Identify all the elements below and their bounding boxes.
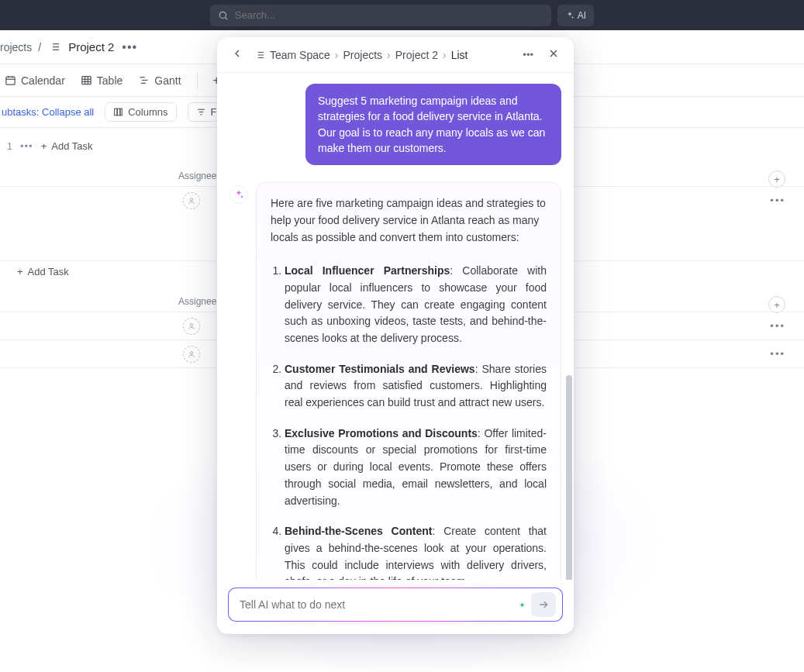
item-title: Local Influencer Partnerships bbox=[285, 264, 450, 277]
item-title: Customer Testimonials and Reviews bbox=[285, 363, 475, 375]
svg-point-28 bbox=[190, 351, 192, 353]
svg-rect-8 bbox=[6, 77, 15, 84]
row-number: 1 bbox=[3, 140, 12, 152]
search-icon bbox=[218, 10, 229, 21]
list-icon bbox=[254, 50, 265, 60]
tab-label: Gantt bbox=[154, 74, 181, 87]
ai-button-label: AI bbox=[578, 10, 586, 21]
assign-user-icon[interactable] bbox=[183, 346, 200, 363]
svg-line-1 bbox=[226, 17, 228, 19]
send-button[interactable] bbox=[531, 592, 556, 617]
list-item: Exclusive Promotions and Discounts: Offe… bbox=[285, 426, 547, 509]
row-more-icon[interactable]: ••• bbox=[770, 195, 785, 206]
crumb-project2[interactable]: Project 2 bbox=[395, 49, 438, 61]
tab-gantt[interactable]: Gantt bbox=[138, 74, 181, 87]
add-task-button[interactable]: +Add Task bbox=[17, 266, 69, 277]
item-title: Exclusive Promotions and Discounts bbox=[285, 427, 478, 439]
columns-icon bbox=[113, 107, 123, 117]
svg-rect-20 bbox=[115, 109, 117, 115]
add-task-button[interactable]: +Add Task bbox=[41, 140, 93, 152]
send-icon bbox=[537, 598, 550, 611]
row-more-icon[interactable]: ••• bbox=[770, 320, 785, 332]
breadcrumb-sep: / bbox=[38, 41, 41, 53]
add-column-button[interactable]: + bbox=[768, 296, 785, 313]
assign-user-icon[interactable] bbox=[183, 192, 200, 209]
topbar: AI bbox=[0, 0, 804, 30]
svg-point-27 bbox=[190, 323, 192, 326]
row-more-icon[interactable]: ••• bbox=[770, 348, 785, 360]
row-more-icon[interactable]: ••• bbox=[20, 140, 33, 152]
list-item: Behind-the-Scenes Content: Create conten… bbox=[285, 523, 547, 580]
crumb-projects[interactable]: Projects bbox=[343, 49, 383, 61]
add-task-label: Add Task bbox=[28, 266, 69, 277]
ai-panel-header: Team Space › Projects › Project 2 › List… bbox=[217, 37, 574, 73]
ai-message: Here are five marketing campaign ideas a… bbox=[256, 182, 561, 580]
crumb-list[interactable]: List bbox=[451, 49, 468, 61]
assign-user-icon[interactable] bbox=[183, 318, 200, 335]
list-icon bbox=[49, 41, 60, 53]
crumb-team[interactable]: Team Space bbox=[270, 49, 330, 61]
ai-input[interactable] bbox=[228, 588, 563, 622]
tab-label: Table bbox=[97, 74, 122, 87]
panel-more-button[interactable]: ••• bbox=[519, 46, 537, 64]
sparkle-icon bbox=[565, 11, 575, 20]
breadcrumb-more-icon[interactable]: ••• bbox=[122, 40, 137, 54]
scrollbar[interactable] bbox=[566, 375, 572, 580]
tab-calendar[interactable]: Calendar bbox=[5, 74, 65, 87]
ai-intro: Here are five marketing campaign ideas a… bbox=[271, 195, 547, 246]
columns-button[interactable]: Columns bbox=[105, 102, 176, 122]
ai-launch-button[interactable]: AI bbox=[557, 5, 594, 26]
sparkle-icon bbox=[233, 189, 244, 200]
chevron-left-icon bbox=[231, 47, 243, 60]
tab-label: Calendar bbox=[21, 74, 65, 87]
calendar-icon bbox=[5, 74, 16, 86]
close-icon bbox=[547, 47, 560, 60]
ai-conversation: Suggest 5 marketing campaign ideas and s… bbox=[217, 73, 574, 580]
svg-point-26 bbox=[190, 198, 192, 200]
add-task-label: Add Task bbox=[51, 140, 92, 152]
gantt-icon bbox=[138, 74, 150, 86]
search-input[interactable] bbox=[235, 9, 543, 21]
svg-rect-21 bbox=[118, 109, 120, 115]
add-column-button[interactable]: + bbox=[768, 171, 785, 188]
breadcrumb-parent[interactable]: rojects bbox=[0, 41, 32, 53]
ai-avatar bbox=[229, 185, 248, 204]
svg-point-0 bbox=[219, 12, 226, 18]
item-title: Behind-the-Scenes Content bbox=[285, 525, 432, 537]
breadcrumb-current[interactable]: Project 2 bbox=[68, 40, 114, 53]
ai-panel: Team Space › Projects › Project 2 › List… bbox=[217, 37, 574, 634]
global-search[interactable] bbox=[210, 5, 551, 26]
status-indicator bbox=[519, 602, 525, 608]
ai-input-area bbox=[217, 580, 574, 634]
svg-rect-12 bbox=[82, 77, 91, 84]
columns-label: Columns bbox=[128, 106, 167, 118]
ai-breadcrumb: Team Space › Projects › Project 2 › List bbox=[254, 49, 512, 61]
list-item: Customer Testimonials and Reviews: Share… bbox=[285, 361, 547, 412]
filter-icon bbox=[196, 107, 206, 117]
ai-text-input[interactable] bbox=[240, 598, 513, 611]
list-item: Local Influencer Partnerships: Collabora… bbox=[285, 263, 547, 346]
subtasks-toggle[interactable]: ubtasks: Collapse all bbox=[2, 106, 94, 118]
table-icon bbox=[81, 74, 92, 86]
close-button[interactable] bbox=[544, 44, 563, 65]
back-button[interactable] bbox=[228, 44, 247, 65]
user-message: Suggest 5 marketing campaign ideas and s… bbox=[305, 84, 561, 165]
svg-rect-22 bbox=[120, 109, 122, 115]
tab-table[interactable]: Table bbox=[81, 74, 122, 87]
